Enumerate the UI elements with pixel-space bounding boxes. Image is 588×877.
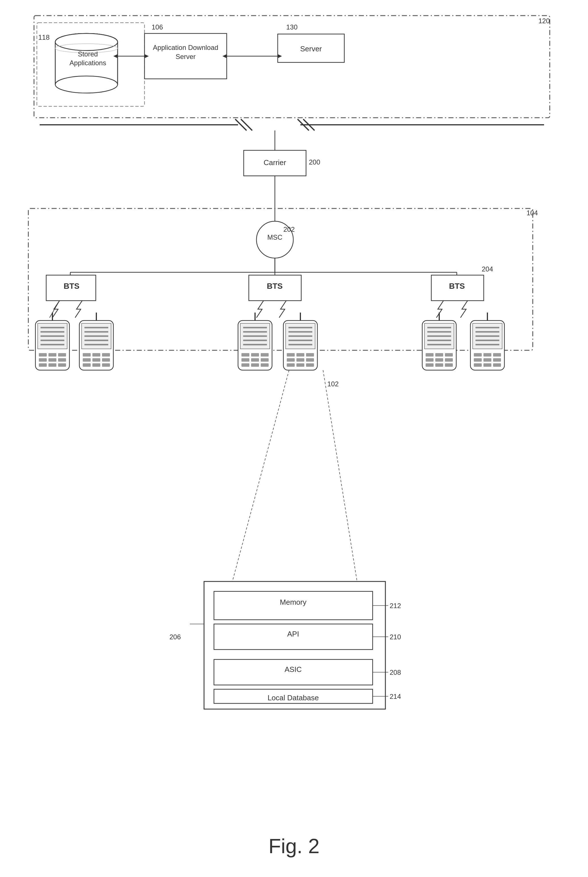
ads-label: Application Download Server xyxy=(147,43,224,62)
api-label: API xyxy=(216,630,370,638)
bts2-label: BTS xyxy=(253,282,297,291)
asic-label: ASIC xyxy=(216,665,370,674)
svg-line-141 xyxy=(232,370,289,581)
svg-rect-86 xyxy=(242,363,249,367)
ref-204: 204 xyxy=(482,265,493,273)
svg-rect-46 xyxy=(39,353,47,357)
svg-rect-125 xyxy=(472,323,502,349)
svg-rect-132 xyxy=(483,353,491,357)
svg-rect-80 xyxy=(242,353,249,357)
ref-212: 212 xyxy=(390,602,401,610)
svg-rect-27 xyxy=(28,209,533,350)
svg-rect-117 xyxy=(426,358,434,362)
svg-rect-99 xyxy=(306,353,314,357)
ref-210: 210 xyxy=(390,633,401,641)
ref-104: 104 xyxy=(526,209,538,217)
svg-rect-66 xyxy=(83,358,91,362)
svg-rect-90 xyxy=(284,320,317,370)
ref-106: 106 xyxy=(152,23,163,31)
svg-rect-70 xyxy=(92,363,100,367)
server-label: Server xyxy=(280,45,342,53)
svg-rect-120 xyxy=(426,363,434,367)
svg-rect-87 xyxy=(251,363,259,367)
svg-rect-49 xyxy=(39,358,47,362)
svg-rect-85 xyxy=(261,358,268,362)
svg-rect-118 xyxy=(435,358,443,362)
svg-line-38 xyxy=(50,301,60,318)
ref-118: 118 xyxy=(38,33,50,41)
ref-206: 206 xyxy=(170,633,181,641)
svg-rect-122 xyxy=(445,363,453,367)
svg-rect-56 xyxy=(80,320,113,370)
svg-rect-115 xyxy=(435,353,443,357)
memory-label: Memory xyxy=(216,598,370,607)
svg-rect-68 xyxy=(102,358,110,362)
svg-rect-64 xyxy=(92,353,100,357)
svg-rect-135 xyxy=(483,358,491,362)
svg-rect-104 xyxy=(296,363,304,367)
svg-rect-84 xyxy=(251,358,259,362)
svg-rect-108 xyxy=(424,323,454,349)
svg-point-8 xyxy=(55,33,118,51)
svg-rect-63 xyxy=(83,353,91,357)
svg-rect-121 xyxy=(435,363,443,367)
svg-rect-48 xyxy=(58,353,66,357)
svg-rect-105 xyxy=(306,363,314,367)
stored-applications-label: Stored Applications xyxy=(61,50,115,67)
svg-rect-100 xyxy=(287,358,295,362)
ref-102: 102 xyxy=(327,380,339,388)
svg-rect-52 xyxy=(39,363,47,367)
svg-rect-138 xyxy=(483,363,491,367)
svg-marker-16 xyxy=(278,54,282,58)
svg-rect-47 xyxy=(48,353,56,357)
svg-point-4 xyxy=(55,76,118,93)
svg-rect-71 xyxy=(102,363,110,367)
local-db-label: Local Database xyxy=(216,693,370,702)
figure-label: Fig. 2 xyxy=(268,835,320,858)
svg-rect-124 xyxy=(470,320,504,370)
svg-rect-5 xyxy=(56,42,117,51)
svg-rect-137 xyxy=(474,363,482,367)
svg-rect-83 xyxy=(242,358,249,362)
svg-rect-97 xyxy=(287,353,295,357)
svg-rect-103 xyxy=(287,363,295,367)
svg-rect-102 xyxy=(306,358,314,362)
svg-rect-39 xyxy=(35,320,69,370)
svg-rect-136 xyxy=(493,358,501,362)
svg-rect-98 xyxy=(296,353,304,357)
svg-rect-88 xyxy=(261,363,268,367)
svg-rect-65 xyxy=(102,353,110,357)
svg-rect-40 xyxy=(38,323,67,349)
svg-line-20 xyxy=(235,119,246,131)
ref-130: 130 xyxy=(286,23,297,31)
svg-rect-81 xyxy=(251,353,259,357)
msc-label: MSC xyxy=(261,233,289,241)
ref-214: 214 xyxy=(390,693,401,701)
ref-208: 208 xyxy=(390,668,401,677)
svg-rect-53 xyxy=(48,363,56,367)
svg-rect-82 xyxy=(261,353,268,357)
carrier-label: Carrier xyxy=(246,158,303,167)
ref-120: 120 xyxy=(538,17,550,25)
svg-line-23 xyxy=(303,119,315,131)
svg-line-22 xyxy=(297,119,309,131)
bts3-label: BTS xyxy=(435,282,479,291)
svg-line-21 xyxy=(241,119,252,131)
svg-rect-114 xyxy=(426,353,434,357)
svg-rect-116 xyxy=(445,353,453,357)
svg-rect-101 xyxy=(296,358,304,362)
svg-rect-57 xyxy=(82,323,111,349)
svg-rect-139 xyxy=(493,363,501,367)
svg-rect-74 xyxy=(240,323,270,349)
bts1-label: BTS xyxy=(50,282,93,291)
ref-202: 202 xyxy=(284,226,295,233)
svg-point-3 xyxy=(55,33,118,51)
svg-line-142 xyxy=(323,370,357,581)
svg-rect-73 xyxy=(238,320,272,370)
svg-rect-54 xyxy=(58,363,66,367)
svg-rect-50 xyxy=(48,358,56,362)
svg-rect-119 xyxy=(445,358,453,362)
svg-rect-107 xyxy=(422,320,456,370)
svg-rect-131 xyxy=(474,353,482,357)
svg-rect-67 xyxy=(92,358,100,362)
